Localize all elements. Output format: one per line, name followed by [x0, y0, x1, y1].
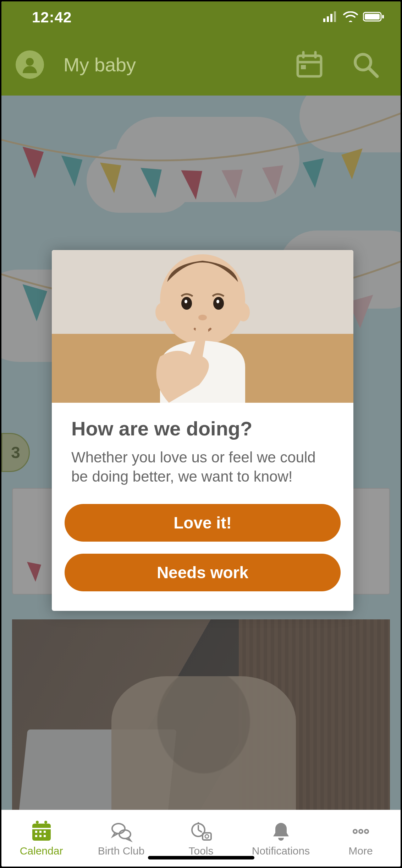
bell-icon — [270, 820, 292, 843]
modal-hero-image — [52, 250, 353, 403]
svg-point-50 — [181, 297, 192, 310]
nav-notifications[interactable]: Notifications — [241, 820, 321, 857]
app-header: My baby — [1, 33, 401, 96]
calendar-button[interactable] — [296, 51, 323, 78]
svg-point-31 — [44, 821, 47, 824]
svg-rect-5 — [365, 14, 380, 20]
svg-line-42 — [198, 830, 202, 832]
svg-rect-2 — [330, 14, 332, 22]
svg-rect-3 — [334, 11, 336, 22]
nav-label: Tools — [188, 845, 213, 857]
svg-rect-43 — [198, 822, 199, 824]
svg-rect-34 — [44, 831, 46, 833]
tools-icon — [190, 820, 213, 843]
page-title: My baby — [64, 54, 296, 76]
svg-rect-36 — [39, 835, 42, 837]
chat-icon — [110, 820, 133, 843]
nav-tools[interactable]: Tools — [161, 820, 241, 857]
svg-point-45 — [205, 835, 209, 838]
svg-point-48 — [365, 830, 368, 833]
profile-icon — [21, 55, 39, 74]
nav-birth-club[interactable]: Birth Club — [81, 820, 161, 857]
status-bar: 12:42 — [1, 1, 401, 33]
more-icon — [349, 820, 372, 843]
signal-icon — [323, 11, 338, 23]
svg-point-56 — [237, 303, 250, 321]
svg-rect-6 — [382, 15, 384, 18]
search-icon — [352, 51, 379, 78]
status-time: 12:42 — [32, 9, 72, 26]
svg-rect-1 — [327, 16, 329, 22]
svg-point-30 — [36, 821, 39, 824]
svg-point-54 — [198, 315, 207, 320]
svg-point-57 — [196, 323, 208, 339]
svg-rect-10 — [301, 65, 306, 69]
search-button[interactable] — [352, 51, 379, 78]
nav-label: More — [348, 845, 373, 857]
svg-point-53 — [216, 300, 219, 303]
feedback-modal: How are we doing? Whether you love us or… — [52, 250, 353, 611]
nav-label: Calendar — [20, 845, 63, 857]
home-indicator[interactable] — [148, 856, 254, 859]
love-it-button[interactable]: Love it! — [65, 504, 341, 542]
modal-title: How are we doing? — [71, 417, 334, 440]
svg-rect-35 — [35, 835, 37, 837]
svg-point-39 — [119, 830, 131, 839]
svg-point-55 — [155, 303, 168, 321]
svg-rect-0 — [323, 18, 325, 22]
modal-subtitle: Whether you love us or feel we could be … — [71, 448, 334, 486]
nav-label: Birth Club — [98, 845, 145, 857]
nav-more[interactable]: More — [321, 820, 401, 857]
nav-label: Notifications — [252, 845, 310, 857]
svg-rect-32 — [35, 831, 37, 833]
svg-point-7 — [26, 58, 34, 66]
calendar-icon — [296, 51, 323, 78]
wifi-icon — [343, 11, 358, 23]
svg-point-51 — [213, 297, 224, 310]
svg-point-38 — [112, 824, 125, 834]
nav-calendar[interactable]: Calendar — [1, 820, 81, 857]
svg-rect-37 — [44, 835, 46, 837]
profile-button[interactable] — [16, 50, 44, 79]
svg-line-14 — [369, 69, 377, 76]
svg-rect-33 — [39, 831, 42, 833]
svg-point-47 — [359, 830, 363, 833]
baby-illustration — [128, 250, 277, 403]
svg-point-46 — [353, 830, 357, 833]
calendar-icon — [30, 820, 53, 843]
needs-work-button[interactable]: Needs work — [65, 554, 341, 591]
battery-icon — [363, 11, 384, 23]
svg-point-52 — [185, 300, 187, 303]
